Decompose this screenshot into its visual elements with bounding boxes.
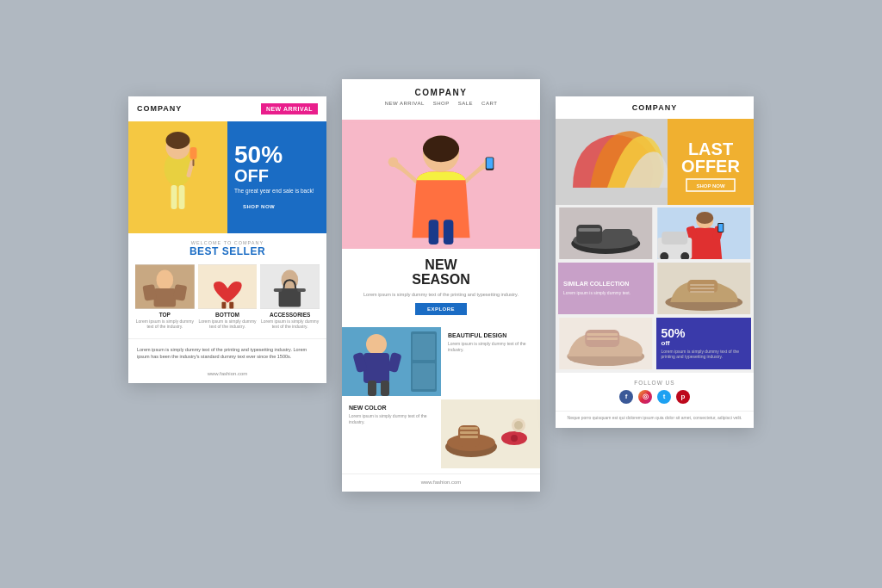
card1-shop-now-button[interactable]: SHOP NOW: [234, 201, 283, 212]
card2-new-season-title: NEWSEASON: [355, 257, 527, 288]
card1-header: COMPANY NEW ARRIVAL: [128, 96, 326, 121]
svg-point-3: [166, 132, 190, 149]
card3-header: COMPANY: [556, 96, 754, 119]
card2-header: COMPANY NEW ARRIVAL SHOP SALE CART: [342, 79, 540, 120]
card1-off: OFF: [234, 167, 320, 184]
svg-rect-41: [413, 363, 435, 389]
svg-point-52: [514, 421, 523, 430]
svg-point-50: [511, 435, 518, 442]
card3-discount-box: 50% off Lorem ipsum is simply dummy text…: [656, 318, 752, 369]
svg-rect-87: [587, 337, 618, 340]
card3-company-name: COMPANY: [564, 103, 745, 112]
svg-rect-7: [171, 185, 177, 209]
svg-rect-36: [368, 381, 376, 396]
svg-point-25: [388, 157, 399, 167]
card3-similar-collection-title: SIMILAR COLLECTION: [563, 281, 649, 288]
svg-rect-5: [190, 147, 197, 159]
svg-rect-64: [602, 229, 632, 244]
svg-text:SHOP NOW: SHOP NOW: [696, 183, 725, 189]
card1-product-accessories-image: [260, 264, 320, 309]
card3-social-icons: f ◎ t p: [556, 390, 754, 404]
nav-sale[interactable]: SALE: [458, 101, 473, 106]
card1-products-row: TOP Lorem ipsum is simply dummy text of …: [128, 259, 326, 335]
svg-rect-19: [279, 288, 301, 307]
card2-explore-button[interactable]: EXPLORE: [415, 303, 467, 315]
instagram-icon[interactable]: ◎: [638, 390, 652, 404]
card2-feature-1-text: BEAUTIFUL DESIGN Lorem ipsum is simply d…: [441, 327, 540, 396]
svg-rect-46: [460, 427, 478, 430]
card2-footer-url: www.fashion.com: [342, 473, 540, 492]
card1-discount: 50%: [234, 143, 320, 167]
card1-company-name: COMPANY: [137, 104, 182, 113]
card1-product-accessories-label: ACCESSORIES: [260, 312, 320, 318]
card1-product-top-image: [135, 264, 195, 309]
card1-tagline: The great year end sale is back!: [234, 188, 320, 195]
svg-rect-8: [179, 185, 185, 209]
svg-rect-30: [444, 220, 454, 244]
card3-discount-percent: 50%: [662, 327, 747, 339]
pinterest-icon[interactable]: p: [676, 390, 690, 404]
card2-feature-2-text: NEW COLOR Lorem ipsum is simply dummy te…: [342, 399, 441, 468]
svg-rect-21: [298, 288, 307, 292]
card1-footer-text: Lorem ipsum is simply dummy text of the …: [128, 338, 326, 368]
svg-point-10: [157, 269, 174, 290]
card3-cell-girl: [656, 207, 752, 260]
svg-text:LAST: LAST: [688, 139, 733, 158]
svg-point-24: [423, 135, 459, 162]
facebook-icon[interactable]: f: [619, 390, 633, 404]
email-card-1: COMPANY NEW ARRIVAL: [128, 96, 326, 384]
card1-product-bottom-label: BOTTOM: [198, 312, 258, 318]
card1-product-accessories-desc: Lorem ipsum is simply dummy text of the …: [260, 319, 320, 330]
card3-follow-title: FOLLOW US: [556, 380, 754, 386]
nav-new-arrival[interactable]: NEW ARRIVAL: [385, 101, 425, 106]
card3-shoes-image: [558, 207, 654, 259]
card1-new-arrival-badge: NEW ARRIVAL: [261, 103, 318, 115]
email-card-2: COMPANY NEW ARRIVAL SHOP SALE CART: [342, 79, 540, 492]
svg-rect-20: [274, 288, 283, 292]
card2-new-season-section: NEWSEASON Lorem ipsum is simply dummy te…: [342, 249, 540, 322]
card2-feature-2-title: NEW COLOR: [349, 405, 434, 411]
girl-pink-illustration: [342, 120, 540, 249]
svg-rect-65: [578, 228, 600, 232]
feature-1-illustration: [342, 327, 441, 396]
card1-product-top-desc: Lorem ipsum is simply dummy text of the …: [135, 319, 195, 330]
svg-rect-72: [718, 224, 723, 232]
card3-hero-section: LAST OFFER SHOP NOW: [556, 119, 754, 205]
card2-feature-2-image: [441, 399, 540, 468]
card3-sneaker-image: [656, 263, 752, 314]
card1-footer-url: www.fashion.com: [128, 367, 326, 383]
card3-sneaker2-image: [558, 318, 654, 369]
svg-rect-33: [363, 353, 389, 383]
svg-rect-15: [221, 301, 226, 308]
top-product-illustration: [135, 264, 195, 309]
svg-point-32: [366, 334, 387, 355]
card3-product-grid: SIMILAR COLLECTION Lorem ipsum is simply…: [556, 205, 754, 373]
card2-new-season-desc: Lorem ipsum is simply dummy text of the …: [355, 291, 527, 298]
card3-cell-sneaker: [656, 263, 752, 315]
card2-feature-1: BEAUTIFUL DESIGN Lorem ipsum is simply d…: [342, 327, 540, 396]
card3-girl-image: [656, 207, 752, 259]
card2-feature-1-desc: Lorem ipsum is simply dummy text of the …: [448, 341, 533, 353]
svg-rect-79: [687, 280, 717, 293]
nav-shop[interactable]: SHOP: [433, 101, 450, 106]
twitter-icon[interactable]: t: [657, 390, 671, 404]
svg-rect-47: [460, 431, 478, 434]
email-templates-container: COMPANY NEW ARRIVAL: [128, 96, 754, 492]
card2-feature-1-image: [342, 327, 441, 396]
svg-rect-29: [429, 220, 439, 244]
card3-discount-desc: Lorem ipsum is simply dummy text of the …: [662, 349, 747, 360]
card2-feature-2-desc: Lorem ipsum is simply dummy text of the …: [349, 413, 434, 425]
card1-section-title: WELCOME TO COMPANY BEST SELLER: [128, 233, 326, 259]
card2-hero-image: [342, 120, 540, 249]
card1-product-bottom: BOTTOM Lorem ipsum is simply dummy text …: [198, 264, 258, 330]
card2-nav: NEW ARRIVAL SHOP SALE CART: [351, 97, 531, 111]
card1-hero-content: 50% OFF The great year end sale is back!…: [227, 121, 326, 233]
svg-point-68: [696, 212, 713, 224]
nav-cart[interactable]: CART: [481, 101, 497, 106]
svg-rect-6: [193, 159, 195, 166]
svg-rect-40: [413, 334, 435, 360]
accessories-product-illustration: [260, 264, 320, 309]
card3-similar-collection: SIMILAR COLLECTION Lorem ipsum is simply…: [558, 263, 654, 314]
card3-follow-section: FOLLOW US f ◎ t p: [556, 373, 754, 407]
card2-company-name: COMPANY: [351, 88, 531, 97]
